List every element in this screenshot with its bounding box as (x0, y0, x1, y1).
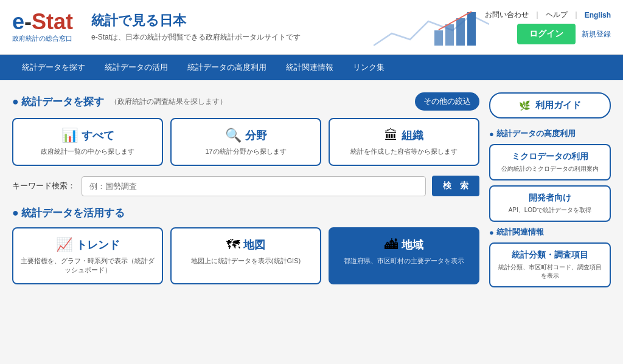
search-section-title: ● 統計データを探す (12, 95, 104, 109)
card-field-label: 分野 (245, 128, 267, 143)
filter-button[interactable]: その他の絞込 (415, 92, 479, 111)
region-icon: 🏙 (385, 237, 398, 253)
stat-classification-card[interactable]: 統計分類・調査項目 統計分類、市区町村コード、調査項目を表示 (489, 242, 611, 287)
micro-data-desc: 公約統計のミクロデータの利用案内 (498, 165, 602, 173)
top-links: お問い合わせ ｜ ヘルプ ｜ English (485, 10, 611, 20)
related-bullet: ● (489, 228, 494, 237)
developer-card[interactable]: 開発者向け API、LODで統計データを取得 (489, 185, 611, 222)
card-org-label: 組織 (402, 128, 423, 143)
region-label: 地域 (402, 238, 423, 252)
left-panel: ● 統計データを探す （政府統計の調査結果を探します） その他の絞込 📊 すべて… (12, 92, 479, 292)
card-org-desc: 統計を作成した府省等から探します (337, 147, 471, 156)
trend-icon: 📈 (56, 237, 72, 253)
nav-item-advanced[interactable]: 統計データの高度利用 (178, 55, 276, 80)
advanced-title-text: 統計データの高度利用 (496, 128, 576, 139)
developer-card-desc: API、LODで統計データを取得 (498, 206, 602, 215)
utilize-card-region[interactable]: 🏙 地域 都道府県、市区町村の主要データを表示 (329, 227, 479, 284)
card-all-desc: 政府統計一覧の中から探します (21, 147, 155, 156)
english-link[interactable]: English (585, 11, 611, 19)
related-section-title: ● 統計関連情報 (489, 227, 611, 238)
card-field-desc: 17の統計分野から探します (179, 147, 313, 156)
separator2: ｜ (573, 10, 580, 20)
advanced-bullet: ● (489, 129, 494, 139)
utilize-title-text: 統計データを活用する (21, 206, 125, 220)
leaf-icon: 🌿 (519, 100, 531, 111)
hero-chart (374, 3, 489, 53)
search-card-grid: 📊 すべて 政府統計一覧の中から探します 🔍 分野 17の統計分野から探します … (12, 118, 479, 166)
search-row: キーワード検索： 検 索 (12, 176, 479, 196)
nav-item-utilize[interactable]: 統計データの活用 (95, 55, 178, 80)
map-icon: 🗺 (226, 237, 240, 253)
card-org-header: 🏛 組織 (337, 128, 471, 143)
search-bullet: ● (12, 95, 19, 108)
register-link[interactable]: 新規登録 (582, 29, 611, 39)
nav-item-links[interactable]: リンク集 (343, 55, 394, 80)
logo: e-Stat (12, 11, 73, 33)
card-all-header: 📊 すべて (21, 128, 155, 143)
advanced-section-title: ● 統計データの高度利用 (489, 128, 611, 139)
map-desc: 地図上に統計データを表示(統計GIS) (179, 256, 313, 266)
utilize-card-trend[interactable]: 📈 トレンド 主要指標を、グラフ・時系列で表示（統計ダッシュボード） (12, 227, 163, 284)
login-button[interactable]: ログイン (517, 24, 576, 44)
stat-classification-desc: 統計分類、市区町村コード、調査項目を表示 (498, 263, 602, 280)
main-content: ● 統計データを探す （政府統計の調査結果を探します） その他の絞込 📊 すべて… (0, 80, 623, 304)
map-header: 🗺 地図 (179, 237, 313, 253)
card-field-header: 🔍 分野 (179, 128, 313, 143)
card-field[interactable]: 🔍 分野 17の統計分野から探します (170, 118, 321, 166)
svg-rect-2 (456, 18, 465, 46)
svg-rect-1 (445, 24, 454, 46)
nav-bar: 統計データを探す 統計データの活用 統計データの高度利用 統計関連情報 リンク集 (0, 55, 623, 80)
top-actions: ログイン 新規登録 (517, 24, 611, 44)
nav-item-related[interactable]: 統計関連情報 (276, 55, 343, 80)
org-icon: 🏛 (385, 128, 398, 143)
utilize-bullet: ● (12, 207, 19, 219)
guide-label: 利用ガイド (535, 100, 581, 111)
utilize-section-title: ● 統計データを活用する (12, 206, 125, 220)
card-all-label: すべて (82, 128, 114, 143)
utilize-card-grid: 📈 トレンド 主要指標を、グラフ・時系列で表示（統計ダッシュボード） 🗺 地図 … (12, 227, 479, 284)
card-all[interactable]: 📊 すべて 政府統計一覧の中から探します (12, 118, 163, 166)
svg-rect-0 (434, 30, 443, 46)
logo-area: e-Stat 政府統計の総合窓口 (12, 11, 73, 43)
search-label: キーワード検索： (12, 180, 75, 191)
search-section-note: （政府統計の調査結果を探します） (110, 97, 227, 107)
separator1: ｜ (534, 10, 541, 20)
help-link[interactable]: ヘルプ (546, 10, 568, 20)
field-icon: 🔍 (225, 128, 242, 143)
utilize-section-header: ● 統計データを活用する (12, 206, 479, 220)
bar-chart-icon: 📊 (61, 128, 78, 143)
guide-button[interactable]: 🌿 利用ガイド (489, 92, 611, 118)
search-input[interactable] (82, 176, 426, 196)
trend-label: トレンド (76, 238, 120, 252)
card-org[interactable]: 🏛 組織 統計を作成した府省等から探します (329, 118, 479, 166)
region-header: 🏙 地域 (337, 237, 471, 253)
right-panel: 🌿 利用ガイド ● 統計データの高度利用 ミクロデータの利用 公約統計のミクロデ… (489, 92, 611, 292)
utilize-card-map[interactable]: 🗺 地図 地図上に統計データを表示(統計GIS) (170, 227, 321, 284)
header: e-Stat 政府統計の総合窓口 統計で見る日本 e-Statは、日本の統計が閲… (0, 0, 623, 55)
related-title-text: 統計関連情報 (496, 227, 544, 238)
map-label: 地図 (243, 238, 265, 252)
logo-subtitle: 政府統計の総合窓口 (12, 34, 72, 43)
stat-classification-title: 統計分類・調査項目 (498, 250, 602, 261)
svg-rect-3 (467, 12, 476, 46)
contact-link[interactable]: お問い合わせ (485, 10, 529, 20)
search-button[interactable]: 検 索 (432, 176, 479, 196)
region-desc: 都道府県、市区町村の主要データを表示 (337, 256, 471, 266)
micro-data-card[interactable]: ミクロデータの利用 公約統計のミクロデータの利用案内 (489, 144, 611, 180)
developer-card-title: 開発者向け (498, 193, 602, 204)
search-section-header: ● 統計データを探す （政府統計の調査結果を探します） その他の絞込 (12, 92, 479, 111)
trend-header: 📈 トレンド (21, 237, 155, 253)
search-title-text: 統計データを探す (21, 95, 104, 109)
micro-data-title: ミクロデータの利用 (498, 151, 602, 162)
trend-desc: 主要指標を、グラフ・時系列で表示（統計ダッシュボード） (21, 256, 155, 275)
top-right: お問い合わせ ｜ ヘルプ ｜ English ログイン 新規登録 (485, 10, 611, 44)
nav-item-search[interactable]: 統計データを探す (12, 55, 95, 80)
